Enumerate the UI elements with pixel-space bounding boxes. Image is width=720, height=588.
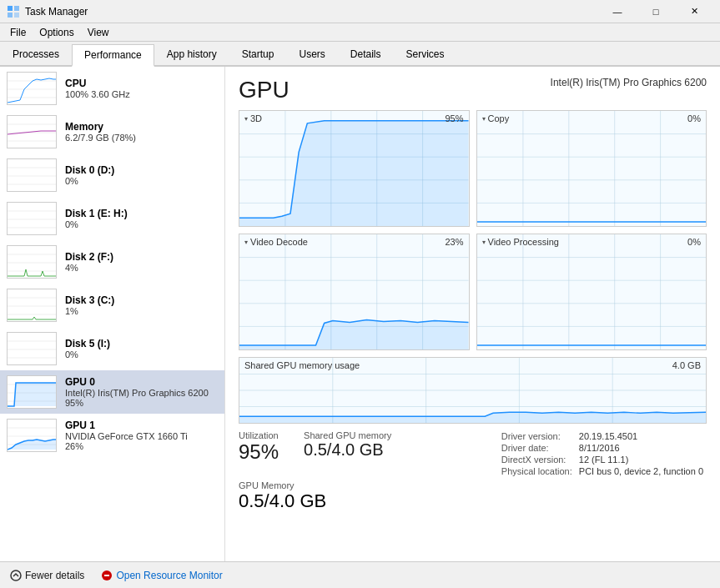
svg-marker-83 bbox=[239, 412, 706, 423]
chart-3d-value: 95% bbox=[445, 113, 463, 123]
gpu1-detail: NVIDIA GeForce GTX 1660 Ti bbox=[65, 431, 218, 441]
maximize-button[interactable]: □ bbox=[637, 0, 675, 23]
sidebar-item-disk0[interactable]: Disk 0 (D:) 0% bbox=[0, 153, 224, 197]
chart-video-processing: ▾ Video Processing 0% bbox=[476, 234, 707, 350]
sidebar-item-memory[interactable]: Memory 6.2/7.9 GB (78%) bbox=[0, 110, 224, 153]
shared-chart-value: 4.0 GB bbox=[672, 360, 701, 370]
physical-location-label: Physical location: bbox=[498, 465, 576, 477]
svg-point-84 bbox=[11, 570, 21, 580]
gpu0-info: GPU 0 Intel(R) Iris(TM) Pro Graphics 620… bbox=[65, 376, 218, 408]
close-button[interactable]: ✕ bbox=[675, 0, 713, 23]
menu-view[interactable]: View bbox=[81, 25, 116, 40]
right-stats: Driver version: 20.19.15.4501 Driver dat… bbox=[498, 430, 707, 477]
tab-processes[interactable]: Processes bbox=[0, 43, 72, 65]
content-header: GPU Intel(R) Iris(TM) Pro Graphics 6200 bbox=[239, 77, 707, 103]
disk5-info: Disk 5 (I:) 0% bbox=[65, 338, 218, 359]
svg-rect-0 bbox=[8, 6, 13, 11]
sidebar-item-disk2[interactable]: Disk 2 (F:) 4% bbox=[0, 240, 224, 284]
charts-grid: ▾ 3D 95% bbox=[239, 110, 707, 350]
open-resource-monitor-label: Open Resource Monitor bbox=[116, 570, 222, 581]
menu-file[interactable]: File bbox=[3, 25, 33, 40]
svg-rect-1 bbox=[14, 6, 19, 11]
chevron-videoprocessing-icon: ▾ bbox=[482, 239, 486, 246]
disk1-detail: 0% bbox=[65, 219, 218, 229]
tab-performance[interactable]: Performance bbox=[72, 44, 154, 67]
disk0-detail: 0% bbox=[65, 176, 218, 186]
gpu0-thumbnail bbox=[7, 375, 57, 409]
driver-date-label: Driver date: bbox=[498, 442, 576, 454]
chart-video-decode: ▾ Video Decode 23% bbox=[239, 234, 470, 350]
svg-rect-4 bbox=[8, 73, 56, 104]
gpu1-detail2: 26% bbox=[65, 441, 218, 451]
stats-left: Utilization 95% Shared GPU memory 0.5/4.… bbox=[239, 430, 498, 464]
sidebar-item-gpu0[interactable]: GPU 0 Intel(R) Iris(TM) Pro Graphics 620… bbox=[0, 370, 224, 414]
chart-3d: ▾ 3D 95% bbox=[239, 110, 470, 227]
chart-copy-title: Copy bbox=[488, 113, 510, 123]
tab-services[interactable]: Services bbox=[394, 43, 457, 65]
titlebar: Task Manager — □ ✕ bbox=[0, 0, 720, 23]
minimize-button[interactable]: — bbox=[598, 0, 637, 23]
disk1-info: Disk 1 (E: H:) 0% bbox=[65, 208, 218, 229]
disk0-thumbnail bbox=[7, 158, 57, 192]
chart-videodecode-label: ▾ Video Decode bbox=[244, 237, 308, 247]
disk3-info: Disk 3 (C:) 1% bbox=[65, 294, 218, 316]
utilization-value: 95% bbox=[239, 440, 279, 464]
fewer-details-label: Fewer details bbox=[25, 570, 84, 581]
gpu1-name: GPU 1 bbox=[65, 420, 218, 431]
gpu-memory-label: GPU Memory bbox=[239, 480, 707, 490]
sidebar-item-disk1[interactable]: Disk 1 (E: H:) 0% bbox=[0, 197, 224, 240]
disk2-detail: 4% bbox=[65, 263, 218, 273]
chart-3d-title: 3D bbox=[250, 113, 262, 123]
directx-label: DirectX version: bbox=[498, 454, 576, 465]
disk0-name: Disk 0 (D:) bbox=[65, 164, 218, 176]
gpu-memory-block: GPU Memory 0.5/4.0 GB bbox=[239, 480, 707, 512]
fewer-details-button[interactable]: Fewer details bbox=[10, 570, 84, 581]
driver-version-value: 20.19.15.4501 bbox=[576, 430, 707, 442]
disk3-thumbnail bbox=[7, 289, 57, 322]
fewer-details-icon bbox=[10, 570, 22, 581]
shared-gpu-memory-value: 0.5/4.0 GB bbox=[304, 440, 391, 460]
svg-rect-24 bbox=[8, 289, 56, 321]
shared-gpu-memory-block: Shared GPU memory 0.5/4.0 GB bbox=[304, 430, 391, 464]
sidebar-item-disk3[interactable]: Disk 3 (C:) 1% bbox=[0, 284, 224, 327]
tab-details[interactable]: Details bbox=[338, 43, 394, 65]
driver-date-value: 8/11/2016 bbox=[576, 442, 707, 454]
gpu0-detail2: 95% bbox=[65, 398, 218, 408]
disk1-name: Disk 1 (E: H:) bbox=[65, 208, 218, 219]
menu-options[interactable]: Options bbox=[33, 25, 80, 40]
memory-name: Memory bbox=[65, 121, 218, 133]
resource-monitor-icon bbox=[101, 570, 113, 581]
footer: Fewer details Open Resource Monitor bbox=[0, 561, 720, 588]
tabbar: Processes Performance App history Startu… bbox=[0, 42, 720, 67]
cpu-info: CPU 100% 3.60 GHz bbox=[65, 78, 218, 99]
gpu0-name: GPU 0 bbox=[65, 376, 218, 388]
disk2-thumbnail bbox=[7, 245, 57, 279]
driver-version-label: Driver version: bbox=[498, 430, 576, 442]
disk2-name: Disk 2 (F:) bbox=[65, 251, 218, 263]
stats-section: Utilization 95% Shared GPU memory 0.5/4.… bbox=[239, 430, 707, 477]
disk5-name: Disk 5 (I:) bbox=[65, 338, 218, 349]
svg-rect-12 bbox=[8, 159, 56, 191]
tab-users[interactable]: Users bbox=[286, 43, 337, 65]
sidebar: CPU 100% 3.60 GHz Memory 6.2/7.9 GB (78%… bbox=[0, 67, 225, 561]
shared-gpu-memory-label: Shared GPU memory bbox=[304, 430, 391, 440]
directx-value: 12 (FL 11.1) bbox=[576, 454, 707, 465]
menubar: File Options View bbox=[0, 23, 720, 42]
chart-copy-label: ▾ Copy bbox=[482, 113, 510, 123]
sidebar-item-gpu1[interactable]: GPU 1 NVIDIA GeForce GTX 1660 Ti 26% bbox=[0, 414, 224, 457]
tab-apphistory[interactable]: App history bbox=[154, 43, 229, 65]
chart-videoprocessing-value: 0% bbox=[687, 237, 701, 247]
tab-startup[interactable]: Startup bbox=[229, 43, 287, 65]
chart-videodecode-title: Video Decode bbox=[250, 237, 308, 247]
chevron-videodecode-icon: ▾ bbox=[244, 239, 248, 246]
disk2-info: Disk 2 (F:) 4% bbox=[65, 251, 218, 273]
sidebar-item-cpu[interactable]: CPU 100% 3.60 GHz bbox=[0, 67, 224, 110]
cpu-detail: 100% 3.60 GHz bbox=[65, 89, 218, 99]
page-title: GPU bbox=[239, 77, 290, 103]
chart-videoprocessing-title: Video Processing bbox=[488, 237, 559, 247]
gpu1-info: GPU 1 NVIDIA GeForce GTX 1660 Ti 26% bbox=[65, 420, 218, 451]
open-resource-monitor-button[interactable]: Open Resource Monitor bbox=[101, 570, 222, 581]
chevron-3d-icon: ▾ bbox=[244, 115, 248, 123]
svg-rect-20 bbox=[8, 246, 56, 278]
sidebar-item-disk5[interactable]: Disk 5 (I:) 0% bbox=[0, 327, 224, 370]
